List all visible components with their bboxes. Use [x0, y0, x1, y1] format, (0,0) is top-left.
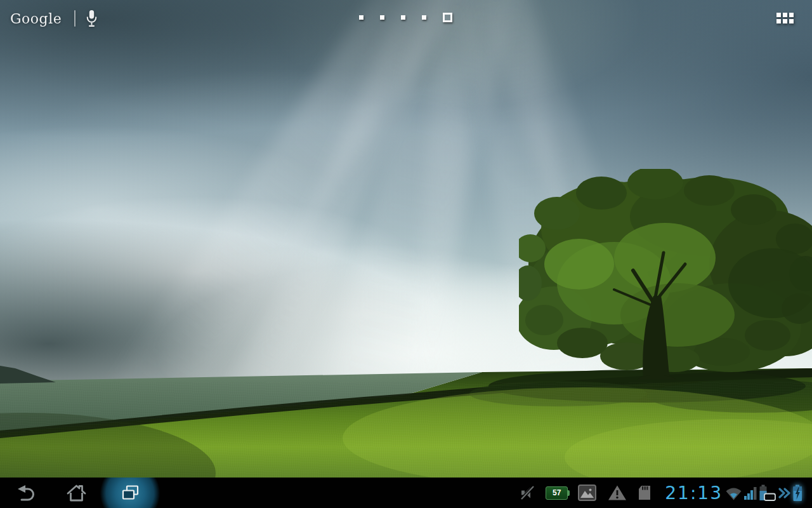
apps-grid-icon [789, 13, 794, 17]
home-button[interactable] [58, 478, 94, 508]
lone-tree [519, 169, 812, 381]
page-dot [401, 15, 405, 20]
wallpaper [0, 0, 812, 478]
apps-grid-icon [789, 19, 794, 23]
google-logo[interactable]: Google [10, 11, 62, 27]
battery-charging-icon [792, 485, 803, 502]
image-notification-icon [578, 485, 596, 501]
back-button[interactable] [8, 478, 43, 508]
current-page-indicator [443, 13, 452, 22]
status-tray[interactable]: 57 21:13 [520, 478, 812, 508]
apps-grid-icon [776, 13, 781, 17]
home-icon [67, 484, 86, 502]
system-bar: 57 21:13 [0, 478, 812, 508]
clock: 21:13 [665, 483, 723, 504]
page-indicator [359, 11, 452, 23]
recent-apps-icon [121, 485, 140, 501]
all-apps-button[interactable] [776, 13, 794, 23]
page-dot [359, 15, 363, 20]
wifi-icon [725, 486, 742, 500]
android-home-screen: Google [0, 0, 812, 508]
dock-chevrons-icon [778, 487, 790, 499]
sd-card-icon [637, 485, 652, 501]
google-search-widget[interactable]: Google [10, 8, 98, 29]
apps-grid-icon [783, 13, 787, 17]
volume-muted-icon [520, 485, 536, 501]
page-dot [380, 15, 384, 20]
page-dot [422, 15, 426, 20]
recent-apps-button[interactable] [112, 478, 148, 508]
microphone-icon[interactable] [86, 9, 98, 28]
apps-grid-icon [783, 19, 787, 23]
pad-battery-percent: 57 [553, 488, 561, 497]
warning-icon [608, 485, 627, 501]
signal-icon [744, 486, 757, 500]
pad-battery-badge: 57 [546, 486, 568, 500]
dock-battery-icon [759, 485, 776, 502]
back-arrow-icon [16, 485, 35, 501]
widget-divider [74, 10, 75, 27]
apps-grid-icon [776, 19, 781, 23]
